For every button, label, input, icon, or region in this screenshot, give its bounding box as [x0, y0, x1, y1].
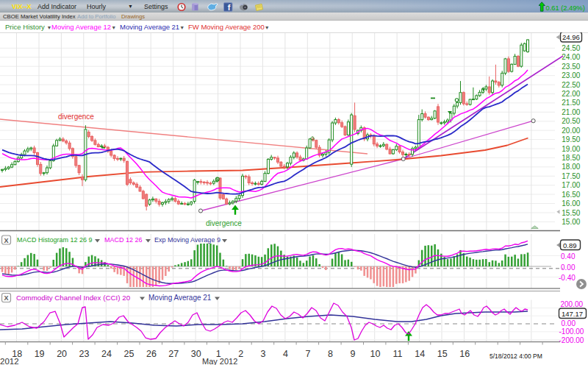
- svg-text:20.00: 20.00: [562, 127, 580, 135]
- svg-text:22.50: 22.50: [562, 81, 580, 89]
- svg-text:21.50: 21.50: [562, 99, 580, 107]
- svg-text:16.50: 16.50: [562, 191, 580, 199]
- svg-text:19.00: 19.00: [562, 145, 580, 153]
- svg-text:15: 15: [437, 349, 448, 359]
- svg-text:27: 27: [168, 349, 179, 359]
- svg-text:20: 20: [57, 349, 67, 359]
- svg-text:-0.40: -0.40: [559, 274, 576, 282]
- svg-text:23.50: 23.50: [562, 63, 580, 71]
- svg-text:0.00: 0.00: [561, 263, 576, 272]
- svg-text:24.50: 24.50: [562, 44, 580, 52]
- svg-text:26: 26: [146, 349, 157, 359]
- svg-text:23: 23: [79, 349, 90, 359]
- svg-text:22.00: 22.00: [562, 90, 580, 98]
- svg-text:18.50: 18.50: [562, 154, 580, 162]
- svg-text:19: 19: [35, 349, 45, 359]
- svg-text:15.50: 15.50: [562, 209, 580, 217]
- svg-text:19.50: 19.50: [562, 135, 580, 143]
- svg-text:-100.00: -100.00: [559, 327, 584, 336]
- svg-text:11: 11: [392, 349, 402, 359]
- svg-text:0.40: 0.40: [561, 252, 576, 261]
- svg-text:10: 10: [370, 349, 380, 359]
- svg-text:15.00: 15.00: [562, 218, 580, 226]
- svg-text:0.89: 0.89: [563, 241, 577, 249]
- svg-text:0.00: 0.00: [562, 319, 576, 327]
- svg-text:2012: 2012: [0, 357, 19, 365]
- svg-text:21.00: 21.00: [562, 108, 580, 116]
- svg-text:0.61 (2.49%): 0.61 (2.49%): [546, 4, 585, 12]
- svg-text:20.50: 20.50: [562, 117, 580, 125]
- svg-text:8: 8: [328, 349, 333, 359]
- svg-text:17.50: 17.50: [562, 172, 580, 180]
- svg-text:30: 30: [191, 349, 201, 359]
- svg-text:X: X: [4, 237, 9, 244]
- svg-text:divergence: divergence: [58, 113, 94, 121]
- svg-text:MACD Histogram 12 26 9: MACD Histogram 12 26 9: [17, 236, 93, 244]
- svg-text:May 2012: May 2012: [202, 357, 237, 365]
- svg-text:18.00: 18.00: [562, 163, 580, 171]
- svg-text:3: 3: [261, 349, 266, 359]
- svg-text:Commodity Channel Index (CCI): Commodity Channel Index (CCI) 20: [16, 294, 131, 302]
- svg-text:MACD 12 26: MACD 12 26: [104, 236, 143, 244]
- svg-text:16: 16: [459, 349, 470, 359]
- svg-text:4: 4: [283, 349, 288, 359]
- svg-text:divergence: divergence: [206, 219, 242, 227]
- svg-text:17.00: 17.00: [562, 181, 580, 189]
- svg-text:200.00: 200.00: [561, 300, 584, 308]
- svg-text:2: 2: [238, 349, 243, 359]
- svg-text:24.00: 24.00: [562, 53, 580, 61]
- svg-text:-200.00: -200.00: [559, 336, 584, 344]
- svg-text:Exp Moving Average 9: Exp Moving Average 9: [154, 236, 220, 244]
- svg-text:25: 25: [123, 349, 134, 359]
- svg-text:14: 14: [415, 349, 425, 359]
- svg-text:24.96: 24.96: [562, 33, 580, 41]
- svg-text:f: f: [228, 3, 231, 12]
- svg-text:23.00: 23.00: [562, 71, 580, 79]
- svg-text:9: 9: [350, 349, 355, 359]
- svg-text:7: 7: [306, 349, 311, 359]
- svg-text:5/18/2012 4:00 PM: 5/18/2012 4:00 PM: [490, 352, 542, 360]
- svg-text:X: X: [4, 294, 9, 302]
- svg-text:147.17: 147.17: [562, 310, 583, 318]
- svg-text:Moving Average 21: Moving Average 21: [148, 294, 212, 302]
- svg-text:16.00: 16.00: [562, 199, 580, 208]
- svg-text:24: 24: [101, 349, 112, 359]
